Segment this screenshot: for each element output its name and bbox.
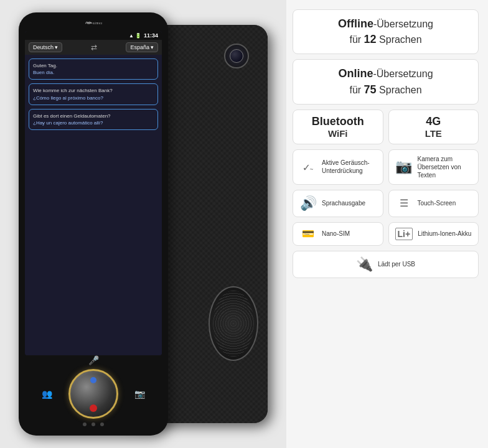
battery-text: Lithium-Ionen-Akku <box>418 230 471 238</box>
status-bar: ▲ 🔋 11:34 <box>25 31 162 40</box>
sim-text: Nano-SIM <box>322 230 350 238</box>
nav-dots <box>83 422 104 426</box>
device-screen: ▲ 🔋 11:34 Deutsch ▾ ⇄ España ▾ <box>25 31 162 355</box>
camera-cell: 📷 Kamera zum Übersetzen von Texten <box>388 149 479 185</box>
online-unit: Sprachen <box>377 85 422 95</box>
offline-for: für <box>349 34 364 45</box>
chat-line-3b: ¿Hay un cajero automático allí? <box>33 119 154 126</box>
lte-label: LTE <box>394 128 474 139</box>
chat-bubble-3: Gibt es dort einen Geldautomaten? ¿Hay u… <box>29 109 158 130</box>
offline-unit: Sprachen <box>377 34 422 45</box>
icons-grid: ✓~ Aktive Geräusch-Unterdrückung 📷 Kamer… <box>293 149 479 246</box>
chat-line-2a: Wie komme ich zur nächsten Bank? <box>33 87 154 94</box>
chat-line-1a: Guten Tag. <box>33 62 154 69</box>
sim-cell: 💳 Nano-SIM <box>293 222 383 246</box>
device-top: simvalley <box>19 12 168 31</box>
camera-text: Kamera zum Übersetzen von Texten <box>418 155 472 179</box>
svg-text:simvalley: simvalley <box>93 22 102 25</box>
speaker-text: Sprachausgabe <box>322 199 365 207</box>
device-bottom: 🎤 👥 📷 <box>19 355 168 436</box>
nav-dot-2 <box>92 422 95 426</box>
touch-cell: ☰ Touch-Screen <box>388 190 479 217</box>
noise-cancel-icon: ✓~ <box>299 161 317 174</box>
usb-text: Lädt per USB <box>378 261 415 268</box>
camera-translate-icon: 📷 <box>395 159 413 175</box>
nav-dot-3 <box>100 422 104 426</box>
speaker-module <box>209 286 258 361</box>
online-count: 75 <box>364 83 377 96</box>
battery-cell: Li+ Lithium-Ionen-Akku <box>388 222 479 246</box>
bluetooth-wifi-card: Bluetooth WiFi <box>293 110 383 144</box>
mic-icon-top: 🎤 <box>88 355 99 365</box>
wifi-label: WiFi <box>298 128 378 139</box>
offline-count: 12 <box>364 33 377 45</box>
online-for: für <box>349 85 364 95</box>
4g-label: 4G <box>394 115 474 128</box>
nav-dot-1 <box>83 422 87 426</box>
chat-line-1b: Buen día. <box>33 69 154 76</box>
noise-cancel-cell: ✓~ Aktive Geräusch-Unterdrückung <box>293 149 383 185</box>
4g-lte-card: 4G LTE <box>388 110 479 144</box>
dial-knob[interactable] <box>68 369 118 419</box>
speaker-grille <box>213 291 254 357</box>
chat-line-3a: Gibt es dort einen Geldautomaten? <box>33 113 154 119</box>
contacts-icon: 👥 <box>42 389 52 399</box>
battery-li-icon: Li+ <box>395 228 413 240</box>
features-panel: Offline-Übersetzung für 12 Sprachen Onli… <box>286 0 488 448</box>
sim-icon: 💳 <box>299 228 317 240</box>
battery-icon: 🔋 <box>135 33 141 39</box>
touch-text: Touch-Screen <box>418 199 456 207</box>
bluetooth-label: Bluetooth <box>298 115 378 128</box>
chat-line-2b: ¿Cómo llego al próximo banco? <box>33 95 154 101</box>
connectivity-row: Bluetooth WiFi 4G LTE <box>293 110 479 144</box>
swap-icon[interactable]: ⇄ <box>91 43 97 52</box>
lang-to-btn[interactable]: España ▾ <box>126 42 158 52</box>
brand-logo: simvalley <box>85 19 102 26</box>
online-card: Online-Übersetzung für 75 Sprachen <box>293 59 479 104</box>
camera-module <box>224 44 249 68</box>
online-text: -Übersetzung <box>373 68 433 79</box>
chat-bubble-1: Guten Tag. Buen día. <box>29 58 158 80</box>
bottom-nav-icons: 👥 📷 <box>34 369 153 419</box>
device-area: simvalley ▲ 🔋 11:34 Deutsch ▾ ⇄ <box>0 0 286 448</box>
chat-area: Guten Tag. Buen día. Wie komme ich zur n… <box>25 55 162 355</box>
offline-text: -Übersetzung <box>373 19 433 29</box>
status-time: 11:34 <box>144 32 158 39</box>
speaker-icon: 🔊 <box>299 195 317 212</box>
chat-bubble-2: Wie komme ich zur nächsten Bank? ¿Cómo l… <box>29 83 158 105</box>
noise-cancel-text: Aktive Geräusch-Unterdrückung <box>322 159 377 175</box>
touch-icon: ☰ <box>395 197 413 209</box>
camera-icon-small: 📷 <box>134 389 145 399</box>
status-icons: ▲ 🔋 <box>129 33 141 39</box>
lang-from-btn[interactable]: Deutsch ▾ <box>29 42 62 52</box>
device-front: simvalley ▲ 🔋 11:34 Deutsch ▾ ⇄ <box>19 12 168 436</box>
camera-lens <box>230 49 243 63</box>
speaker-cell: 🔊 Sprachausgabe <box>293 190 383 217</box>
lang-bar[interactable]: Deutsch ▾ ⇄ España ▾ <box>25 40 162 55</box>
usb-cell: 🔌 Lädt per USB <box>293 251 479 278</box>
online-label: Online <box>338 67 373 80</box>
offline-card: Offline-Übersetzung für 12 Sprachen <box>293 9 479 54</box>
usb-icon: 🔌 <box>356 256 373 273</box>
wifi-icon: ▲ <box>129 33 134 39</box>
offline-label: Offline <box>338 17 373 30</box>
